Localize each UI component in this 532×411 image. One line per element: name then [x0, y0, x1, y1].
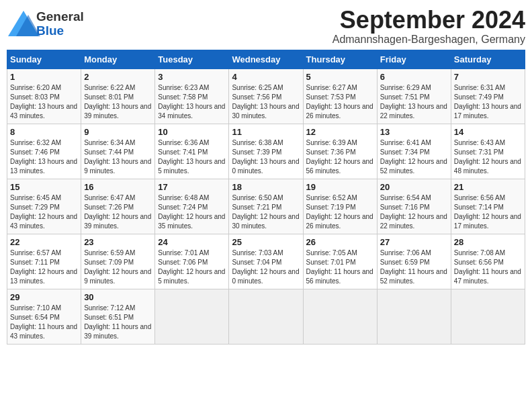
calendar-cell: 24Sunrise: 7:01 AMSunset: 7:06 PMDayligh…	[155, 234, 229, 289]
day-detail: Sunrise: 7:10 AMSunset: 6:54 PMDaylight:…	[10, 304, 77, 340]
day-number: 16	[84, 182, 152, 192]
title-block: September 2024 Admannshagen-Bargeshagen,…	[332, 7, 525, 46]
weekday-header: Friday	[377, 50, 451, 68]
page-header: General Blue September 2024 Admannshagen…	[7, 7, 525, 46]
day-detail: Sunrise: 6:43 AMSunset: 7:31 PMDaylight:…	[454, 139, 521, 175]
day-detail: Sunrise: 6:39 AMSunset: 7:36 PMDaylight:…	[306, 139, 373, 175]
day-number: 25	[232, 237, 300, 247]
day-number: 30	[84, 292, 152, 302]
day-detail: Sunrise: 6:50 AMSunset: 7:21 PMDaylight:…	[232, 194, 299, 230]
day-detail: Sunrise: 6:56 AMSunset: 7:14 PMDaylight:…	[454, 194, 521, 230]
calendar-cell: 19Sunrise: 6:52 AMSunset: 7:19 PMDayligh…	[303, 179, 377, 234]
calendar-cell: 26Sunrise: 7:05 AMSunset: 7:01 PMDayligh…	[303, 234, 377, 289]
calendar-week-row: 29Sunrise: 7:10 AMSunset: 6:54 PMDayligh…	[7, 289, 525, 344]
logo: General Blue	[7, 7, 84, 39]
calendar-cell	[229, 289, 303, 344]
day-detail: Sunrise: 6:27 AMSunset: 7:53 PMDaylight:…	[306, 84, 373, 120]
calendar-cell	[155, 289, 229, 344]
weekday-header: Thursday	[303, 50, 377, 68]
day-detail: Sunrise: 6:41 AMSunset: 7:34 PMDaylight:…	[380, 139, 447, 175]
calendar-cell: 28Sunrise: 7:08 AMSunset: 6:56 PMDayligh…	[451, 234, 525, 289]
day-number: 19	[306, 182, 374, 192]
day-number: 10	[158, 127, 226, 137]
day-detail: Sunrise: 6:48 AMSunset: 7:24 PMDaylight:…	[158, 194, 225, 230]
day-detail: Sunrise: 6:36 AMSunset: 7:41 PMDaylight:…	[158, 139, 225, 175]
day-number: 22	[10, 237, 78, 247]
calendar-cell: 7Sunrise: 6:31 AMSunset: 7:49 PMDaylight…	[451, 68, 525, 124]
calendar-cell	[377, 289, 451, 344]
calendar-cell: 2Sunrise: 6:22 AMSunset: 8:01 PMDaylight…	[81, 68, 155, 124]
day-detail: Sunrise: 6:31 AMSunset: 7:49 PMDaylight:…	[454, 84, 521, 120]
calendar-week-row: 8Sunrise: 6:32 AMSunset: 7:46 PMDaylight…	[7, 124, 525, 179]
calendar-week-row: 15Sunrise: 6:45 AMSunset: 7:29 PMDayligh…	[7, 179, 525, 234]
weekday-header: Saturday	[451, 50, 525, 68]
day-detail: Sunrise: 6:52 AMSunset: 7:19 PMDaylight:…	[306, 194, 373, 230]
day-detail: Sunrise: 7:03 AMSunset: 7:04 PMDaylight:…	[232, 249, 299, 285]
day-detail: Sunrise: 6:45 AMSunset: 7:29 PMDaylight:…	[10, 194, 77, 230]
logo-icon	[7, 9, 40, 39]
day-number: 13	[380, 127, 448, 137]
day-detail: Sunrise: 7:06 AMSunset: 6:59 PMDaylight:…	[380, 249, 447, 285]
day-detail: Sunrise: 6:59 AMSunset: 7:09 PMDaylight:…	[84, 249, 151, 285]
day-number: 1	[10, 72, 78, 82]
day-detail: Sunrise: 7:05 AMSunset: 7:01 PMDaylight:…	[306, 249, 373, 285]
calendar-cell: 10Sunrise: 6:36 AMSunset: 7:41 PMDayligh…	[155, 124, 229, 179]
calendar-week-row: 1Sunrise: 6:20 AMSunset: 8:03 PMDaylight…	[7, 68, 525, 124]
calendar-cell: 4Sunrise: 6:25 AMSunset: 7:56 PMDaylight…	[229, 68, 303, 124]
calendar-cell: 3Sunrise: 6:23 AMSunset: 7:58 PMDaylight…	[155, 68, 229, 124]
logo-general-text: General	[36, 10, 84, 24]
calendar-table: SundayMondayTuesdayWednesdayThursdayFrid…	[7, 50, 525, 345]
day-detail: Sunrise: 6:54 AMSunset: 7:16 PMDaylight:…	[380, 194, 447, 230]
weekday-header: Tuesday	[155, 50, 229, 68]
calendar-cell: 9Sunrise: 6:34 AMSunset: 7:44 PMDaylight…	[81, 124, 155, 179]
page-title: September 2024	[332, 7, 525, 34]
calendar-cell: 15Sunrise: 6:45 AMSunset: 7:29 PMDayligh…	[7, 179, 81, 234]
day-detail: Sunrise: 6:25 AMSunset: 7:56 PMDaylight:…	[232, 84, 299, 120]
calendar-cell: 30Sunrise: 7:12 AMSunset: 6:51 PMDayligh…	[81, 289, 155, 344]
day-number: 18	[232, 182, 300, 192]
day-number: 11	[232, 127, 300, 137]
calendar-cell: 6Sunrise: 6:29 AMSunset: 7:51 PMDaylight…	[377, 68, 451, 124]
day-number: 23	[84, 237, 152, 247]
day-detail: Sunrise: 6:20 AMSunset: 8:03 PMDaylight:…	[10, 84, 77, 120]
day-detail: Sunrise: 6:38 AMSunset: 7:39 PMDaylight:…	[232, 139, 299, 175]
day-number: 4	[232, 72, 300, 82]
page-subtitle: Admannshagen-Bargeshagen, Germany	[332, 34, 525, 46]
day-number: 24	[158, 237, 226, 247]
day-detail: Sunrise: 6:34 AMSunset: 7:44 PMDaylight:…	[84, 139, 151, 175]
day-number: 14	[454, 127, 522, 137]
day-number: 20	[380, 182, 448, 192]
day-detail: Sunrise: 7:12 AMSunset: 6:51 PMDaylight:…	[84, 304, 151, 340]
calendar-cell: 23Sunrise: 6:59 AMSunset: 7:09 PMDayligh…	[81, 234, 155, 289]
day-number: 21	[454, 182, 522, 192]
calendar-cell: 20Sunrise: 6:54 AMSunset: 7:16 PMDayligh…	[377, 179, 451, 234]
day-number: 2	[84, 72, 152, 82]
day-number: 5	[306, 72, 374, 82]
day-detail: Sunrise: 6:22 AMSunset: 8:01 PMDaylight:…	[84, 84, 151, 120]
day-number: 9	[84, 127, 152, 137]
calendar-cell: 25Sunrise: 7:03 AMSunset: 7:04 PMDayligh…	[229, 234, 303, 289]
day-number: 27	[380, 237, 448, 247]
calendar-cell: 1Sunrise: 6:20 AMSunset: 8:03 PMDaylight…	[7, 68, 81, 124]
day-number: 8	[10, 127, 78, 137]
weekday-header: Sunday	[7, 50, 81, 68]
calendar-cell: 17Sunrise: 6:48 AMSunset: 7:24 PMDayligh…	[155, 179, 229, 234]
day-number: 12	[306, 127, 374, 137]
day-number: 17	[158, 182, 226, 192]
weekday-header: Wednesday	[229, 50, 303, 68]
calendar-cell: 14Sunrise: 6:43 AMSunset: 7:31 PMDayligh…	[451, 124, 525, 179]
calendar-cell: 5Sunrise: 6:27 AMSunset: 7:53 PMDaylight…	[303, 68, 377, 124]
calendar-header-row: SundayMondayTuesdayWednesdayThursdayFrid…	[7, 50, 525, 68]
calendar-cell: 11Sunrise: 6:38 AMSunset: 7:39 PMDayligh…	[229, 124, 303, 179]
day-detail: Sunrise: 6:47 AMSunset: 7:26 PMDaylight:…	[84, 194, 151, 230]
day-number: 3	[158, 72, 226, 82]
day-detail: Sunrise: 6:29 AMSunset: 7:51 PMDaylight:…	[380, 84, 447, 120]
day-detail: Sunrise: 6:23 AMSunset: 7:58 PMDaylight:…	[158, 84, 225, 120]
day-number: 26	[306, 237, 374, 247]
calendar-cell: 22Sunrise: 6:57 AMSunset: 7:11 PMDayligh…	[7, 234, 81, 289]
calendar-cell: 27Sunrise: 7:06 AMSunset: 6:59 PMDayligh…	[377, 234, 451, 289]
calendar-cell: 8Sunrise: 6:32 AMSunset: 7:46 PMDaylight…	[7, 124, 81, 179]
day-number: 29	[10, 292, 78, 302]
day-detail: Sunrise: 7:01 AMSunset: 7:06 PMDaylight:…	[158, 249, 225, 285]
calendar-cell: 18Sunrise: 6:50 AMSunset: 7:21 PMDayligh…	[229, 179, 303, 234]
